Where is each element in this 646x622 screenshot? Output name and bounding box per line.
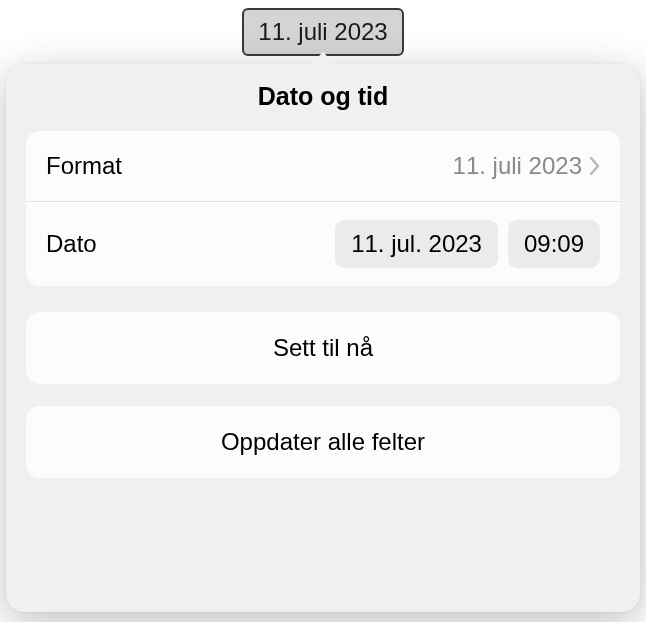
selected-date-field[interactable]: 11. juli 2023	[242, 8, 403, 56]
popover-title: Dato og tid	[26, 82, 620, 111]
format-label: Format	[46, 152, 122, 180]
popover-caret	[309, 52, 337, 66]
settings-section: Format 11. juli 2023 Dato 11. jul. 2023 …	[26, 131, 620, 286]
update-all-fields-button[interactable]: Oppdater alle felter	[26, 406, 620, 478]
set-to-now-button[interactable]: Sett til nå	[26, 312, 620, 384]
format-row[interactable]: Format 11. juli 2023	[26, 131, 620, 201]
date-picker-button[interactable]: 11. jul. 2023	[335, 220, 498, 268]
format-value: 11. juli 2023	[453, 152, 582, 180]
update-all-section: Oppdater alle felter	[26, 406, 620, 478]
time-picker-button[interactable]: 09:09	[508, 220, 600, 268]
date-time-popover: Dato og tid Format 11. juli 2023 Dato 11…	[6, 64, 640, 612]
date-label: Dato	[46, 230, 97, 258]
set-now-section: Sett til nå	[26, 312, 620, 384]
chevron-right-icon	[590, 157, 600, 175]
date-row: Dato 11. jul. 2023 09:09	[26, 201, 620, 286]
